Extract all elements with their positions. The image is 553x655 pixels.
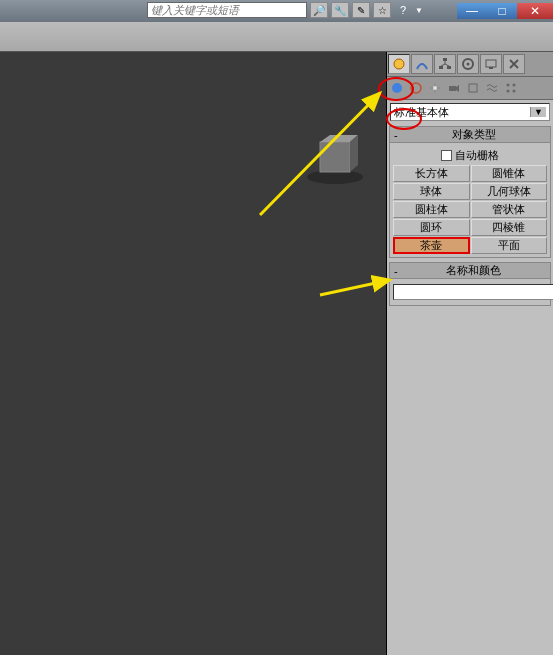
object-buttons-grid: 长方体圆锥体球体几何球体圆柱体管状体圆环四棱锥茶壶平面 [393,165,547,254]
object-name-input[interactable] [393,284,553,300]
svg-line-10 [445,64,449,66]
maximize-button[interactable]: □ [487,3,517,19]
svg-point-16 [411,83,421,93]
rollout-name-color: - 名称和颜色 [389,262,551,306]
rollout-header-object-type[interactable]: - 对象类型 [390,127,550,143]
tab-modify[interactable] [411,54,433,74]
object-type-button[interactable]: 圆环 [393,219,470,236]
svg-point-12 [467,63,470,66]
spacewarps-icon[interactable] [483,79,501,97]
object-type-button[interactable]: 长方体 [393,165,470,182]
dropdown-label: 标准基本体 [394,105,449,120]
svg-rect-7 [447,66,451,69]
svg-rect-20 [469,84,477,92]
viewport[interactable] [0,52,387,655]
systems-icon[interactable] [502,79,520,97]
caret-down-icon[interactable]: ▼ [415,6,423,15]
object-type-button[interactable]: 管状体 [471,201,548,218]
main-toolbar [0,22,553,52]
svg-rect-14 [489,67,493,69]
svg-rect-5 [443,58,447,61]
main-area: 标准基本体 ▼ - 对象类型 自动栅格 长方体圆锥体球体几何球体圆柱体管状体圆环… [0,52,553,655]
object-type-button[interactable]: 四棱锥 [471,219,548,236]
shapes-icon[interactable] [407,79,425,97]
helpers-icon[interactable] [464,79,482,97]
object-type-button[interactable]: 几何球体 [471,183,548,200]
svg-marker-19 [456,85,459,92]
svg-point-23 [507,90,510,93]
rollout-title: 对象类型 [402,127,546,142]
collapse-icon: - [394,129,398,141]
minimize-button[interactable]: — [457,3,487,19]
object-type-button[interactable]: 茶壶 [393,237,470,254]
star-icon[interactable]: ☆ [373,2,391,18]
viewport-object-teapot [300,127,370,187]
svg-point-17 [433,86,437,90]
svg-rect-13 [486,60,496,67]
tab-display[interactable] [480,54,502,74]
object-type-button[interactable]: 圆柱体 [393,201,470,218]
cameras-icon[interactable] [445,79,463,97]
lights-icon[interactable] [426,79,444,97]
titlebar: 🔎 🔧 ✎ ☆ ? ▼ — □ ✕ [0,0,553,22]
svg-point-4 [394,59,404,69]
object-type-button[interactable]: 球体 [393,183,470,200]
svg-rect-6 [439,66,443,69]
search-input[interactable] [147,2,307,18]
object-type-button[interactable]: 平面 [471,237,548,254]
panel-tabs-sub [387,77,553,100]
svg-point-22 [513,84,516,87]
object-type-button[interactable]: 圆锥体 [471,165,548,182]
command-panel: 标准基本体 ▼ - 对象类型 自动栅格 长方体圆锥体球体几何球体圆柱体管状体圆环… [387,52,553,655]
svg-rect-18 [449,86,456,91]
window-controls: — □ ✕ [457,3,553,19]
close-button[interactable]: ✕ [517,3,553,19]
tab-motion[interactable] [457,54,479,74]
pin-icon[interactable]: ✎ [352,2,370,18]
collapse-icon: - [394,265,398,277]
geometry-icon[interactable] [388,79,406,97]
search-go-icon[interactable]: 🔎 [310,2,328,18]
svg-line-9 [441,64,445,66]
chevron-down-icon: ▼ [530,107,546,117]
tab-utilities[interactable] [503,54,525,74]
tab-hierarchy[interactable] [434,54,456,74]
search-area: 🔎 🔧 ✎ ☆ ? ▼ [147,2,423,18]
tab-create[interactable] [388,54,410,74]
help-icon[interactable]: ? [394,2,412,18]
svg-rect-1 [320,142,350,172]
svg-point-21 [507,84,510,87]
rollout-title: 名称和颜色 [402,263,546,278]
auto-grid-label: 自动栅格 [455,148,499,163]
svg-point-24 [513,90,516,93]
rollout-object-type: - 对象类型 自动栅格 长方体圆锥体球体几何球体圆柱体管状体圆环四棱锥茶壶平面 [389,126,551,258]
svg-point-15 [392,83,402,93]
rollout-header-name-color[interactable]: - 名称和颜色 [390,263,550,279]
auto-grid-row: 自动栅格 [393,146,547,165]
panel-tabs-top [387,52,553,77]
wrench-icon[interactable]: 🔧 [331,2,349,18]
primitive-category-dropdown[interactable]: 标准基本体 ▼ [390,103,550,121]
auto-grid-checkbox[interactable] [441,150,452,161]
